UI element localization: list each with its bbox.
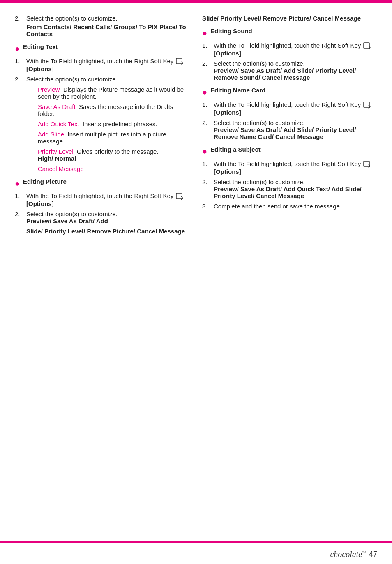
right-soft-key-icon-2	[176, 193, 184, 200]
trademark: ™	[362, 550, 366, 555]
footer: chocolate™ 47	[330, 550, 377, 559]
subj-step2: 2. Select the option(s) to customize. Pr…	[202, 178, 377, 199]
left-step2-intro: 2. Select the option(s) to customize.	[15, 15, 190, 22]
svg-rect-4	[364, 161, 369, 166]
bottom-bar	[0, 541, 392, 543]
svg-rect-0	[176, 58, 182, 64]
editing-text-section: ● Editing Text	[15, 43, 190, 53]
page-number: 47	[369, 550, 377, 559]
priority-level-block: Priority Level Gives priority to the mes…	[38, 148, 190, 162]
top-bar	[0, 0, 392, 3]
right-soft-key-icon-4	[363, 102, 371, 109]
save-as-draft-block: Save As Draft Saves the message into the…	[38, 103, 190, 117]
add-slide-block: Add Slide Insert multiple pictures into …	[38, 131, 190, 145]
right-soft-key-icon-3	[363, 42, 371, 50]
slide-priority-right: Slide/ Priority Level/ Remove Picture/ C…	[202, 15, 377, 22]
text-step2: 2. Select the option(s) to customize.	[15, 76, 190, 83]
right-column: Slide/ Priority Level/ Remove Picture/ C…	[202, 15, 377, 235]
subj-step1: 1. With the To Field highlighted, touch …	[202, 160, 377, 175]
brand-logo: chocolate™	[330, 550, 366, 559]
editing-name-card-section: ● Editing Name Card	[202, 87, 377, 97]
right-soft-key-icon-5	[363, 161, 371, 168]
nc-step2: 2. Select the option(s) to customize. Pr…	[202, 119, 377, 140]
sound-step2: 2. Select the option(s) to customize. Pr…	[202, 60, 377, 81]
editing-sound-section: ● Editing Sound	[202, 28, 377, 38]
right-soft-key-icon	[176, 58, 184, 65]
pic-step2: 2. Select the option(s) to customize. Pr…	[15, 210, 190, 224]
preview-block: Preview Displays the Picture message as …	[38, 86, 190, 100]
editing-picture-section: ● Editing Picture	[15, 178, 190, 188]
nc-step1: 1. With the To Field highlighted, touch …	[202, 101, 377, 116]
svg-rect-1	[176, 193, 182, 199]
pic-step1: 1. With the To Field highlighted, touch …	[15, 192, 190, 207]
text-step1: 1. With the To Field highlighted, touch …	[15, 58, 190, 72]
add-quick-text-block: Add Quick Text Inserts predefined phrase…	[38, 120, 190, 127]
editing-subject-section: ● Editing a Subject	[202, 146, 377, 156]
slide-priority-left: Slide/ Priority Level/ Remove Picture/ C…	[26, 228, 190, 235]
cancel-message-block: Cancel Message	[38, 165, 190, 172]
svg-rect-2	[364, 43, 369, 48]
left-column: 2. Select the option(s) to customize. Fr…	[15, 15, 190, 235]
sound-step1: 1. With the To Field highlighted, touch …	[202, 42, 377, 57]
subj-step3: 3. Complete and then send or save the me…	[202, 203, 377, 210]
svg-rect-3	[364, 102, 369, 107]
from-contacts-block: From Contacts/ Recent Calls/ Groups/ To …	[26, 23, 190, 37]
